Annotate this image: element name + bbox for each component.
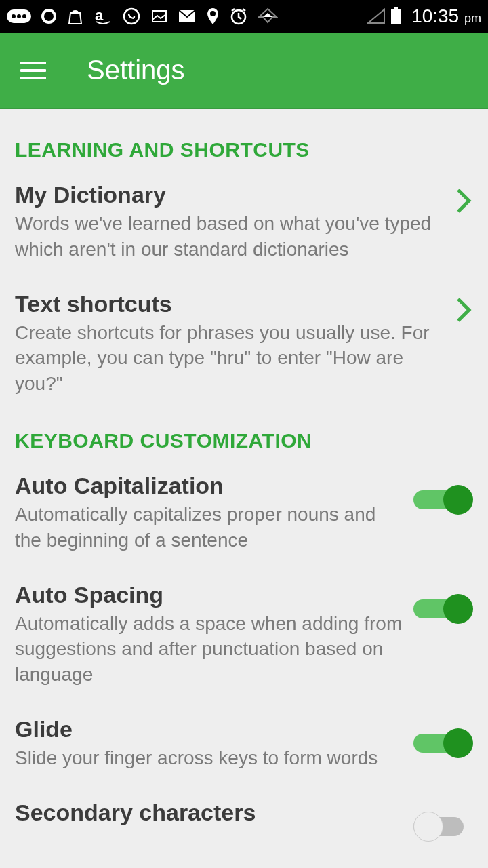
setting-title: My Dictionary bbox=[15, 182, 445, 208]
toggle-auto-capitalization[interactable] bbox=[413, 485, 473, 515]
toggle-auto-spacing[interactable] bbox=[413, 594, 473, 624]
amazon-icon: a bbox=[94, 7, 113, 26]
more-icon bbox=[7, 8, 31, 24]
app-bar: Settings bbox=[0, 33, 488, 108]
setting-desc: Words we've learned based on what you've… bbox=[15, 211, 445, 262]
setting-desc: Slide your finger across keys to form wo… bbox=[15, 745, 404, 771]
svg-point-1 bbox=[12, 14, 16, 18]
svg-text:a: a bbox=[95, 7, 104, 24]
setting-title: Auto Capitalization bbox=[15, 473, 404, 499]
setting-auto-capitalization[interactable]: Auto Capitalization Automatically capita… bbox=[0, 460, 488, 570]
image-icon bbox=[150, 7, 168, 25]
setting-title: Secondary characters bbox=[15, 800, 404, 826]
section-header-keyboard: KEYBOARD CUSTOMIZATION bbox=[0, 413, 488, 460]
status-icons-left: a bbox=[7, 7, 367, 26]
battery-icon bbox=[390, 7, 402, 26]
setting-glide[interactable]: Glide Slide your finger across keys to f… bbox=[0, 704, 488, 787]
svg-point-3 bbox=[22, 14, 26, 18]
svg-rect-11 bbox=[391, 9, 401, 24]
settings-content: LEARNING AND SHORTCUTS My Dictionary Wor… bbox=[0, 108, 488, 858]
status-bar: a 10:35 pm bbox=[0, 0, 488, 33]
setting-title: Auto Spacing bbox=[15, 582, 404, 608]
shopping-icon bbox=[66, 7, 84, 25]
setting-text-shortcuts[interactable]: Text shortcuts Create shortcuts for phra… bbox=[0, 279, 488, 413]
chevron-right-icon bbox=[454, 295, 473, 328]
setting-desc: Automatically capitalizes proper nouns a… bbox=[15, 502, 404, 553]
setting-my-dictionary[interactable]: My Dictionary Words we've learned based … bbox=[0, 170, 488, 279]
setting-desc: Create shortcuts for phrases you usually… bbox=[15, 320, 445, 397]
svg-point-2 bbox=[17, 14, 21, 18]
svg-rect-12 bbox=[394, 7, 398, 9]
setting-title: Text shortcuts bbox=[15, 291, 445, 317]
page-title: Settings bbox=[87, 55, 185, 85]
svg-point-4 bbox=[43, 10, 55, 22]
circle-icon bbox=[41, 8, 57, 24]
alarm-icon bbox=[229, 7, 248, 26]
svg-point-9 bbox=[210, 11, 216, 16]
toggle-secondary-characters[interactable] bbox=[413, 812, 473, 842]
status-time: 10:35 pm bbox=[411, 5, 481, 27]
setting-secondary-characters[interactable]: Secondary characters bbox=[0, 787, 488, 858]
chevron-right-icon bbox=[454, 186, 473, 218]
toggle-glide[interactable] bbox=[413, 728, 473, 758]
signal-icon bbox=[367, 8, 386, 24]
setting-auto-spacing[interactable]: Auto Spacing Automatically adds a space … bbox=[0, 570, 488, 704]
menu-button[interactable] bbox=[20, 62, 46, 79]
setting-desc: Automatically adds a space when adding f… bbox=[15, 611, 404, 688]
whatsapp-icon bbox=[122, 7, 141, 26]
wifi-icon bbox=[258, 7, 278, 25]
svg-point-6 bbox=[124, 9, 139, 24]
status-icons-right: 10:35 pm bbox=[367, 5, 481, 27]
section-header-learning: LEARNING AND SHORTCUTS bbox=[0, 122, 488, 170]
location-icon bbox=[206, 7, 220, 26]
setting-title: Glide bbox=[15, 716, 404, 743]
mail-icon bbox=[178, 9, 197, 24]
